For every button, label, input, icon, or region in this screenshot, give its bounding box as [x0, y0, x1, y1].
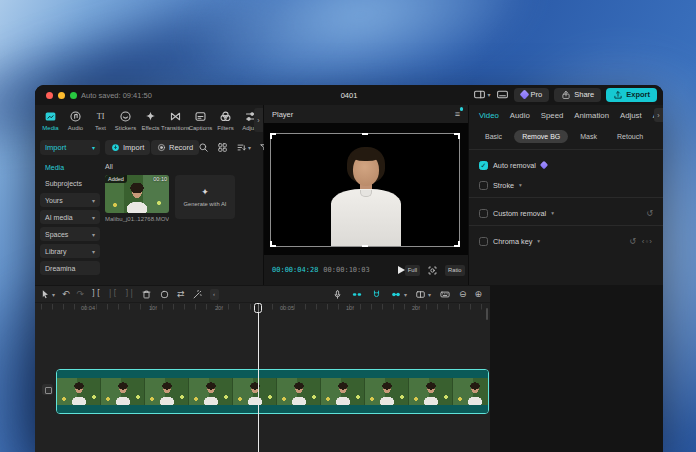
filters-icon: [219, 110, 232, 123]
tab-effects[interactable]: Effects: [138, 107, 163, 135]
full-preview-button[interactable]: Full: [405, 265, 420, 276]
media-clip-thumbnail[interactable]: Added 00:10: [105, 175, 169, 213]
pro-button[interactable]: Pro: [514, 88, 550, 102]
inspector-tabs-scroll-right[interactable]: ›: [654, 108, 663, 122]
reset-icon[interactable]: ↺: [646, 209, 653, 218]
custom-removal-checkbox[interactable]: [479, 209, 488, 218]
link-clips-dropdown[interactable]: ▾: [390, 289, 407, 300]
delete-icon[interactable]: [141, 289, 152, 300]
auto-removal-checkbox[interactable]: ✓: [479, 161, 488, 170]
text-icon: TI: [94, 110, 107, 123]
sidebar-item-ai-media[interactable]: AI media▾: [40, 210, 100, 224]
zoom-out-icon[interactable]: ⊖: [459, 290, 467, 299]
tab-video[interactable]: Video: [479, 111, 499, 120]
split-icon[interactable]: ][: [91, 290, 101, 298]
voiceover-mic-icon[interactable]: [332, 289, 343, 300]
sidebar-item-spaces[interactable]: Spaces▾: [40, 227, 100, 241]
tab-captions[interactable]: Captions: [188, 107, 213, 135]
clip-selection-bar: [57, 405, 488, 413]
record-button[interactable]: Record: [151, 140, 199, 155]
playhead-line[interactable]: [258, 304, 259, 452]
subtab-basic[interactable]: Basic: [477, 130, 510, 143]
tab-media[interactable]: Media: [38, 107, 63, 135]
zoom-in-icon[interactable]: ⊕: [474, 290, 482, 299]
share-button[interactable]: Share: [554, 88, 601, 102]
player-menu-icon[interactable]: ≡: [455, 109, 460, 119]
chevron-down-icon[interactable]: ▾: [551, 210, 554, 216]
sidebar-item-subprojects[interactable]: Subprojects: [40, 177, 100, 190]
mask-shape-icon[interactable]: [159, 289, 170, 300]
tab-audio-inspector[interactable]: Audio: [510, 111, 530, 120]
tab-adjust-inspector[interactable]: Adjust: [620, 111, 642, 120]
tab-strip-scroll-right[interactable]: ›: [254, 108, 263, 132]
undo-icon[interactable]: ↶: [62, 290, 70, 299]
sort-dropdown[interactable]: ▾: [236, 142, 251, 153]
main-track-icon[interactable]: [42, 384, 53, 395]
timeline-scrollbar[interactable]: [486, 308, 488, 320]
sidebar-item-yours[interactable]: Yours▾: [40, 193, 100, 207]
transform-handle[interactable]: [362, 245, 368, 247]
magnet-snap-icon[interactable]: [371, 289, 382, 300]
timeline-ruler[interactable]: 00:04 10f 20f 00:05 10f 20f: [35, 304, 490, 314]
ruler-label: 10f: [149, 305, 157, 311]
subtab-remove-bg[interactable]: Remove BG: [514, 130, 568, 143]
sidebar-item-media[interactable]: Media: [40, 161, 100, 174]
captions-icon: [194, 110, 207, 123]
pro-gem-icon: [519, 90, 529, 100]
color-picker-icon[interactable]: ‹◦›: [642, 237, 653, 246]
timeline-video-clip[interactable]: [57, 370, 488, 413]
sidebar-item-dreamina[interactable]: Dreamina: [40, 261, 100, 275]
timeline-section: ▾ ↶ ↷ ][ |[ ]| ⇄ ‹: [35, 285, 663, 452]
tab-speed[interactable]: Speed: [541, 111, 564, 120]
chroma-key-checkbox[interactable]: [479, 237, 488, 246]
grid-view-icon[interactable]: [217, 142, 228, 153]
tab-audio[interactable]: Audio: [63, 107, 88, 135]
redo-icon[interactable]: ↷: [77, 290, 85, 299]
generate-with-ai-card[interactable]: ✦ Generate with AI: [175, 175, 235, 219]
sidebar-item-library[interactable]: Library▾: [40, 244, 100, 258]
playhead-handle[interactable]: [254, 303, 262, 313]
tab-animation[interactable]: Animation: [574, 111, 609, 120]
transitions-icon: [169, 110, 182, 123]
video-preview[interactable]: [271, 134, 459, 246]
ratio-button[interactable]: Ratio: [445, 265, 465, 276]
transform-handle[interactable]: [362, 133, 368, 135]
focus-subject-icon[interactable]: [427, 265, 438, 276]
chevron-down-icon[interactable]: ▾: [537, 238, 540, 244]
reverse-icon[interactable]: ⇄: [177, 290, 185, 299]
tab-filters[interactable]: Filters: [213, 107, 238, 135]
transform-handle[interactable]: [458, 241, 460, 247]
chevron-down-icon[interactable]: ▾: [519, 182, 522, 188]
split-left-icon[interactable]: |[: [108, 290, 118, 298]
reset-icon[interactable]: ↺: [629, 237, 636, 246]
split-right-icon[interactable]: ]|: [124, 290, 134, 298]
record-icon: [157, 143, 166, 152]
subtab-retouch[interactable]: Retouch: [609, 130, 651, 143]
search-icon[interactable]: [198, 142, 209, 153]
clip-selection-bar: [57, 370, 488, 378]
preview-axis-dropdown[interactable]: ▾: [415, 289, 431, 300]
collapse-toolbar-icon[interactable]: ‹: [210, 289, 219, 300]
import-source-dropdown[interactable]: Import ▾: [40, 140, 100, 155]
auto-ripple-icon[interactable]: [351, 289, 363, 300]
export-button[interactable]: Export: [606, 88, 657, 102]
shortcut-keyboard-icon[interactable]: [439, 289, 451, 300]
layout-toggle-icon[interactable]: ▾: [473, 88, 491, 101]
subtab-mask[interactable]: Mask: [572, 130, 605, 143]
transform-handle[interactable]: [270, 133, 272, 139]
import-icon: [111, 143, 120, 152]
transform-handle[interactable]: [270, 241, 272, 247]
tab-stickers[interactable]: Stickers: [113, 107, 138, 135]
magic-wand-icon[interactable]: [192, 289, 203, 300]
ruler-label: 20f: [412, 305, 420, 311]
stroke-checkbox[interactable]: [479, 181, 488, 190]
tab-transitions[interactable]: Transitions: [163, 107, 188, 135]
play-button[interactable]: [398, 266, 405, 274]
cursor-icon: [40, 289, 50, 299]
export-icon: [613, 90, 623, 100]
tab-text[interactable]: TI Text: [88, 107, 113, 135]
select-tool-dropdown[interactable]: ▾: [40, 289, 55, 299]
transform-handle[interactable]: [458, 133, 460, 139]
preview-display-icon[interactable]: [496, 88, 509, 101]
import-button[interactable]: Import: [105, 140, 150, 155]
